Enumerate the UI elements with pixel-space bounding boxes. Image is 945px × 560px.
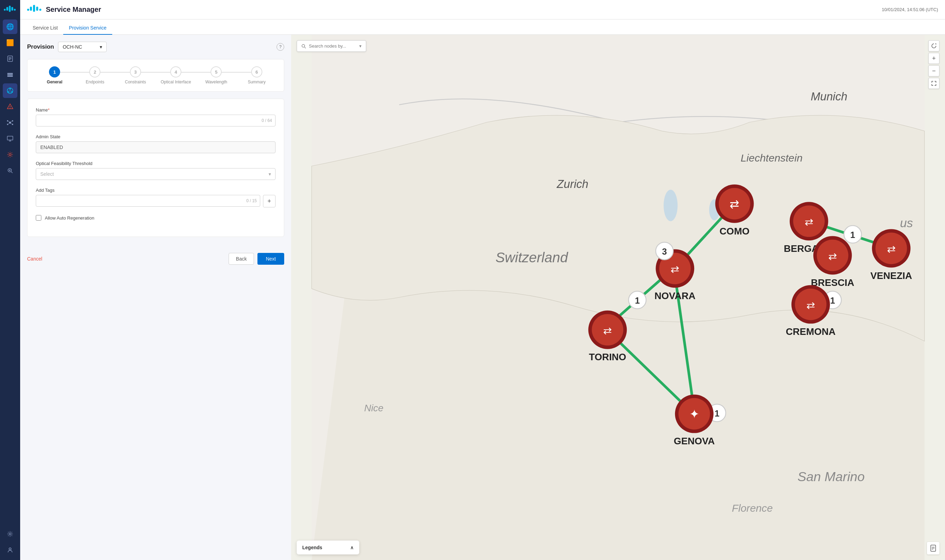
name-input-wrapper: 0 / 64	[36, 115, 275, 126]
map-search-placeholder: Search nodes by...	[309, 43, 346, 49]
optical-feasibility-placeholder: Select	[40, 171, 54, 177]
tab-bar: Service List Provision Service	[20, 20, 945, 35]
add-tag-button[interactable]: +	[263, 195, 275, 208]
legends-header[interactable]: Legends ∧	[302, 545, 354, 550]
form-section: Name* 0 / 64 Admin State Optical Feasibi…	[27, 98, 284, 237]
add-tags-label: Add Tags	[36, 188, 275, 193]
sidebar-item-gear-red[interactable]	[3, 147, 17, 162]
svg-rect-39	[27, 9, 29, 11]
optical-feasibility-dropdown[interactable]: Select ▾	[36, 168, 275, 180]
sidebar-item-document[interactable]	[3, 51, 17, 66]
map-zoom-out-button[interactable]: −	[928, 65, 939, 77]
step-label-6: Summary	[248, 80, 265, 85]
sidebar-item-search[interactable]	[3, 163, 17, 178]
auto-regen-checkbox[interactable]	[36, 215, 42, 221]
back-button[interactable]: Back	[229, 253, 254, 265]
sidebar-bottom	[3, 527, 17, 557]
tab-provision-service[interactable]: Provision Service	[63, 22, 112, 35]
main-content: Service Manager 10/01/2024, 14:51:06 (UT…	[20, 0, 945, 560]
dropdown-chevron-icon: ▾	[100, 44, 102, 50]
svg-point-24	[7, 124, 8, 125]
step-label-3: Constraints	[125, 80, 146, 85]
steps-container: 1 General 2 Endpoints 3 Constraints 4 Op…	[27, 59, 284, 92]
svg-text:Nice: Nice	[364, 403, 383, 414]
provision-type-dropdown[interactable]: OCH-NC ▾	[58, 42, 107, 52]
svg-point-25	[12, 124, 13, 125]
svg-text:San Marino: San Marino	[798, 469, 865, 484]
node-brescia[interactable]: ⇄ BRESCIA	[811, 236, 854, 288]
map-panel: Munich Zurich Switzerland Liechtenstein …	[291, 35, 945, 560]
sidebar-item-settings[interactable]	[3, 527, 17, 541]
step-circle-1: 1	[49, 66, 60, 77]
node-torino[interactable]: ⇄ TORINO	[588, 311, 627, 363]
topbar-logo: Service Manager	[27, 5, 101, 15]
provision-label: Provision	[27, 43, 54, 50]
sidebar-item-alert[interactable]	[3, 99, 17, 114]
step-optical-interface: 4 Optical Interface	[155, 66, 196, 85]
topbar-timestamp: 10/01/2024, 14:51:06 (UTC)	[882, 7, 938, 12]
sidebar: 🌐 🟧	[0, 0, 20, 560]
step-label-1: General	[47, 80, 63, 85]
step-label-2: Endpoints	[86, 80, 104, 85]
sidebar-item-network[interactable]	[3, 83, 17, 98]
map-zoom-in-button[interactable]: +	[928, 53, 939, 64]
svg-text:Zurich: Zurich	[557, 177, 588, 190]
auto-regen-row: Allow Auto Regeneration	[36, 215, 275, 221]
provision-header: Provision OCH-NC ▾ ?	[27, 42, 284, 52]
svg-line-103	[305, 47, 306, 48]
sidebar-item-globe[interactable]: 🌐	[3, 20, 17, 34]
node-genova[interactable]: ✦ GENOVA	[674, 395, 715, 447]
form-group-optical-feasibility: Optical Feasibility Threshold Select ▾	[36, 161, 275, 180]
map-fit-button[interactable]	[928, 78, 939, 89]
sidebar-item-dashboard[interactable]: 🟧	[3, 35, 17, 50]
svg-text:3: 3	[662, 247, 667, 256]
svg-rect-40	[30, 6, 32, 11]
svg-rect-41	[33, 5, 35, 12]
sidebar-item-topology[interactable]	[3, 115, 17, 130]
admin-state-input[interactable]	[36, 142, 275, 153]
topbar-left: Service Manager	[27, 5, 101, 15]
sidebar-item-monitor[interactable]	[3, 131, 17, 146]
svg-text:CREMONA: CREMONA	[786, 326, 836, 337]
node-como[interactable]: ⇄ COMO	[715, 185, 754, 237]
content-area: Provision OCH-NC ▾ ? 1 General 2 Endpoin…	[20, 35, 945, 560]
svg-line-17	[8, 89, 10, 92]
topbar: Service Manager 10/01/2024, 14:51:06 (UT…	[20, 0, 945, 20]
tab-service-list[interactable]: Service List	[27, 22, 63, 35]
node-venezia[interactable]: ⇄ VENEZIA	[870, 229, 912, 281]
name-input[interactable]	[36, 115, 275, 126]
svg-text:⇄: ⇄	[730, 198, 739, 211]
next-button[interactable]: Next	[257, 253, 284, 265]
optical-feasibility-chevron-icon: ▾	[269, 171, 271, 177]
map-search-input[interactable]: Search nodes by... ▾	[297, 40, 366, 52]
svg-text:✦: ✦	[689, 407, 699, 421]
step-wavelength: 5 Wavelength	[196, 66, 236, 85]
svg-text:TORINO: TORINO	[589, 352, 626, 362]
legends-panel: Legends ∧	[297, 540, 359, 554]
app-title: Service Manager	[46, 6, 101, 14]
app-logo	[3, 3, 17, 17]
search-icon	[301, 44, 306, 49]
svg-text:1: 1	[715, 409, 720, 418]
svg-point-13	[9, 88, 11, 89]
step-circle-4: 4	[170, 66, 182, 77]
map-svg: Munich Zurich Switzerland Liechtenstein …	[291, 35, 945, 560]
cancel-button[interactable]: Cancel	[27, 253, 42, 265]
sidebar-item-user[interactable]	[3, 543, 17, 557]
step-label-4: Optical Interface	[160, 80, 191, 85]
svg-rect-30	[7, 136, 13, 140]
provision-help-button[interactable]: ?	[277, 43, 284, 51]
svg-line-26	[8, 121, 9, 122]
svg-rect-43	[39, 9, 42, 11]
document-button[interactable]	[927, 542, 939, 554]
provision-type-value: OCH-NC	[63, 44, 82, 50]
sidebar-item-layers[interactable]	[3, 68, 17, 82]
map-refresh-button[interactable]	[928, 40, 939, 51]
legends-title: Legends	[302, 545, 322, 550]
step-circle-6: 6	[251, 66, 262, 77]
tags-input[interactable]	[36, 195, 260, 207]
svg-text:⇄: ⇄	[805, 216, 813, 228]
svg-text:⇄: ⇄	[603, 325, 612, 336]
map-controls: + −	[928, 40, 939, 89]
svg-text:GENOVA: GENOVA	[674, 435, 715, 446]
